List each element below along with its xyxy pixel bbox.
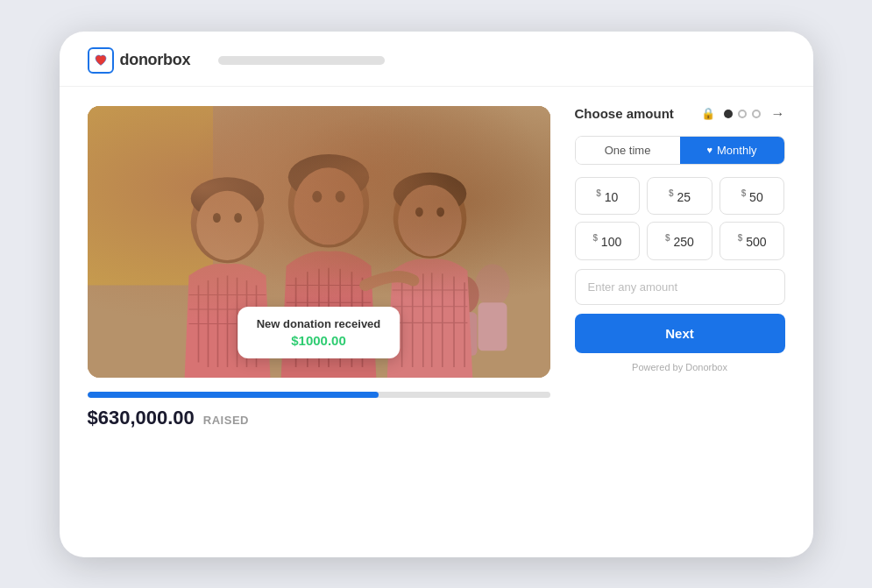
step-dot-2 [738,110,747,118]
svg-point-42 [436,207,444,216]
svg-point-8 [190,181,264,262]
tab-monthly[interactable]: ♥ Monthly [680,137,784,164]
amount-button-100[interactable]: $ 100 [575,222,641,260]
logo-text: donorbox [120,51,191,69]
notification-title: New donation received [257,317,381,330]
lock-icon: 🔒 [701,107,715,120]
svg-rect-5 [478,302,507,351]
choose-amount-title: Choose amount [575,106,692,121]
step-dot-1 [724,110,733,118]
raised-amount: $630,000.00 [88,407,195,429]
currency-symbol: $ [669,188,674,198]
currency-symbol: $ [665,233,670,243]
progress-section: $630,000.00 RAISED [88,392,550,429]
step-dot-3 [752,110,761,118]
header-bar [218,56,385,65]
amount-button-10[interactable]: $ 10 [575,177,641,216]
powered-by: Powered by Donorbox [575,362,785,372]
svg-point-26 [312,190,322,202]
svg-point-6 [448,275,479,314]
amount-button-25[interactable]: $ 25 [647,177,712,216]
svg-point-12 [234,213,242,223]
right-panel: Choose amount 🔒 → One time ♥ Monthly [575,106,785,429]
svg-point-11 [213,213,221,223]
amount-button-500[interactable]: $ 500 [720,222,785,260]
left-panel: New donation received $1000.00 $630,000.… [88,106,550,429]
tab-monthly-label: Monthly [717,144,757,157]
raised-label: RAISED [203,414,249,427]
progress-bar-track [88,392,550,398]
step-dots [724,110,761,118]
logo-icon [88,47,114,74]
progress-stats: $630,000.00 RAISED [88,407,550,429]
svg-point-41 [415,207,423,216]
svg-point-25 [294,167,363,244]
currency-symbol: $ [738,233,743,243]
currency-symbol: $ [592,233,598,243]
donation-notification: New donation received $1000.00 [237,307,401,358]
svg-point-38 [393,177,466,258]
svg-point-10 [196,190,258,259]
svg-point-39 [393,172,466,214]
svg-point-24 [287,153,368,200]
svg-point-40 [398,185,462,256]
device-frame: donorbox [60,32,813,557]
heart-icon: ♥ [706,145,712,155]
notification-amount: $1000.00 [257,333,381,348]
amount-button-50[interactable]: $ 50 [720,177,785,216]
campaign-image: New donation received $1000.00 [88,106,550,378]
progress-bar-fill [88,392,379,398]
amount-button-250[interactable]: $ 250 [647,222,712,260]
tab-one-time[interactable]: One time [576,137,680,164]
svg-point-4 [475,264,510,306]
currency-symbol: $ [741,188,747,198]
svg-rect-7 [450,312,477,356]
choose-amount-header: Choose amount 🔒 → [575,106,785,122]
currency-symbol: $ [596,188,601,198]
main-content: New donation received $1000.00 $630,000.… [60,87,813,454]
frequency-tabs: One time ♥ Monthly [575,136,785,165]
svg-point-27 [335,190,344,202]
logo: donorbox [88,47,191,74]
svg-point-9 [190,177,264,219]
next-button[interactable]: Next [575,314,785,353]
header: donorbox [60,32,813,87]
next-step-arrow-icon: → [771,106,785,122]
amount-grid: $ 10 $ 25 $ 50 $ 100 $ 250 $ 500 [575,177,785,260]
svg-rect-2 [88,106,213,286]
svg-point-23 [287,159,368,247]
custom-amount-input[interactable] [575,269,785,305]
